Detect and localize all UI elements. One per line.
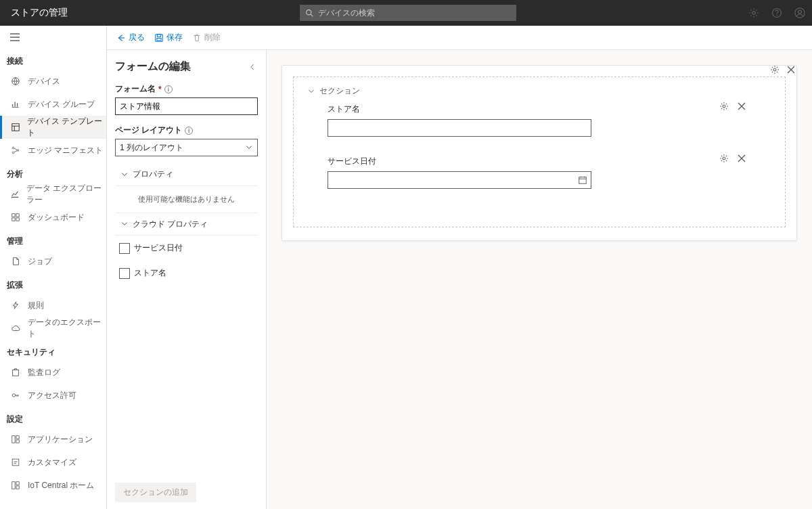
field-remove-icon[interactable] [736, 101, 747, 112]
nav-item-label: 監査ログ [28, 367, 60, 378]
app-icon [10, 434, 21, 445]
field-settings-icon[interactable] [719, 101, 729, 112]
dashboard-icon [10, 212, 21, 223]
nav-item-iot-central-home[interactable]: IoT Central ホーム [0, 474, 106, 497]
nav-item-data-export[interactable]: データのエクスポート [0, 317, 106, 340]
search-input[interactable] [318, 8, 511, 18]
page-layout-select[interactable]: 1 列のレイアウト [115, 139, 258, 156]
nav-group-security: セキュリティ [0, 340, 106, 361]
save-label: 保存 [166, 32, 183, 43]
tree-label: クラウド プロパティ [133, 219, 208, 230]
check-label: ストア名 [134, 267, 166, 279]
nav-item-label: データ エクスプローラー [26, 183, 106, 206]
calendar-icon[interactable] [577, 175, 588, 185]
account-icon[interactable] [794, 7, 805, 18]
delete-label: 削除 [204, 32, 221, 43]
checkbox[interactable] [119, 268, 130, 279]
checkbox[interactable] [119, 243, 130, 254]
info-icon[interactable]: i [185, 127, 193, 135]
delete-button: 削除 [192, 32, 221, 43]
nav-item-label: データのエクスポート [28, 317, 106, 340]
form-field-store-name[interactable]: ストア名 [328, 104, 747, 137]
back-button[interactable]: 戻る [116, 32, 145, 43]
field-label: サービス日付 [328, 156, 747, 167]
help-icon[interactable] [771, 7, 782, 18]
key-icon [10, 390, 21, 401]
custom-icon [10, 457, 21, 468]
field-input[interactable] [328, 171, 591, 189]
command-bar: 戻る 保存 削除 [107, 26, 812, 50]
cloud-prop-item[interactable]: ストア名 [115, 261, 258, 286]
nav-item-device-groups[interactable]: デバイス グループ [0, 93, 106, 116]
clip-icon [10, 367, 21, 378]
check-label: サービス日付 [134, 242, 183, 254]
field-settings-icon[interactable] [719, 153, 729, 164]
top-bar: ストアの管理 [0, 0, 812, 26]
nav-item-label: カスタマイズ [28, 457, 76, 468]
nav-item-jobs[interactable]: ジョブ [0, 250, 106, 273]
properties-empty-message: 使用可能な機能はありません [115, 186, 258, 213]
nav-item-customize[interactable]: カスタマイズ [0, 451, 106, 474]
save-button[interactable]: 保存 [154, 32, 183, 43]
edit-panel: フォームの編集 フォーム名*i ページ レイアウトi 1 列のレイアウト [107, 50, 267, 509]
cloud-icon [10, 323, 21, 334]
collapse-panel-icon[interactable] [247, 62, 258, 72]
nav-item-data-explorer[interactable]: データ エクスプローラー [0, 183, 106, 206]
nav-item-permissions[interactable]: アクセス許可 [0, 384, 106, 407]
nav-item-label: デバイス テンプレート [27, 116, 106, 139]
nav-item-label: アプリケーション [28, 434, 93, 445]
field-input[interactable] [328, 119, 591, 137]
nav-item-device-templates[interactable]: デバイス テンプレート [0, 116, 106, 139]
section-close-icon[interactable] [786, 64, 796, 75]
branch-icon [10, 145, 21, 156]
nav-item-dashboards[interactable]: ダッシュボード [0, 206, 106, 229]
form-canvas: セクション ストア名 [267, 50, 812, 509]
cloud-properties-tree-node[interactable]: クラウド プロパティ [115, 213, 258, 236]
chevron-down-icon [120, 220, 129, 228]
nav-group-connect: 接続 [0, 49, 106, 70]
panel-title: フォームの編集 [115, 60, 191, 74]
nav-item-label: ダッシュボード [28, 212, 85, 223]
app-title: ストアの管理 [7, 7, 68, 19]
field-label: ストア名 [328, 104, 747, 115]
section-settings-icon[interactable] [769, 64, 780, 75]
nav-item-application[interactable]: アプリケーション [0, 428, 106, 451]
info-icon[interactable]: i [164, 85, 173, 93]
tree-label: プロパティ [133, 169, 173, 180]
nav-item-label: エッジ マニフェスト [28, 145, 103, 156]
field-remove-icon[interactable] [736, 153, 747, 164]
bars-icon [10, 99, 21, 110]
app-icon [10, 480, 21, 491]
page-layout-label: ページ レイアウトi [115, 125, 258, 136]
search-box[interactable] [300, 5, 516, 21]
form-name-input[interactable] [115, 97, 258, 115]
nav-item-label: ジョブ [28, 256, 52, 267]
chevron-down-icon[interactable] [307, 87, 315, 95]
hamburger-icon[interactable] [9, 32, 20, 43]
cloud-prop-item[interactable]: サービス日付 [115, 236, 258, 261]
chart-icon [10, 189, 20, 200]
form-field-service-date[interactable]: サービス日付 [328, 156, 747, 189]
nav-item-devices[interactable]: デバイス [0, 70, 106, 93]
chevron-down-icon [245, 143, 253, 152]
nav-item-label: 規則 [28, 300, 44, 311]
properties-tree-node[interactable]: プロパティ [115, 163, 258, 186]
form-name-label: フォーム名*i [115, 83, 258, 95]
search-icon [305, 9, 314, 18]
chevron-down-icon [120, 171, 129, 179]
nav-group-extend: 拡張 [0, 273, 106, 294]
nav-item-edge-manifests[interactable]: エッジ マニフェスト [0, 139, 106, 162]
template-icon [10, 122, 20, 133]
nav-item-rules[interactable]: 規則 [0, 294, 106, 317]
section-label: セクション [319, 85, 360, 97]
form-section[interactable]: セクション ストア名 [293, 76, 786, 227]
nav-item-label: IoT Central ホーム [28, 480, 94, 491]
globe-icon [10, 76, 21, 87]
form-card: セクション ストア名 [281, 65, 797, 241]
flash-icon [10, 300, 21, 311]
select-value: 1 列のレイアウト [120, 142, 183, 154]
settings-icon[interactable] [748, 7, 759, 18]
nav-item-audit-logs[interactable]: 監査ログ [0, 361, 106, 384]
add-section-button[interactable]: セクションの追加 [115, 483, 196, 502]
nav-item-label: デバイス グループ [28, 99, 95, 110]
